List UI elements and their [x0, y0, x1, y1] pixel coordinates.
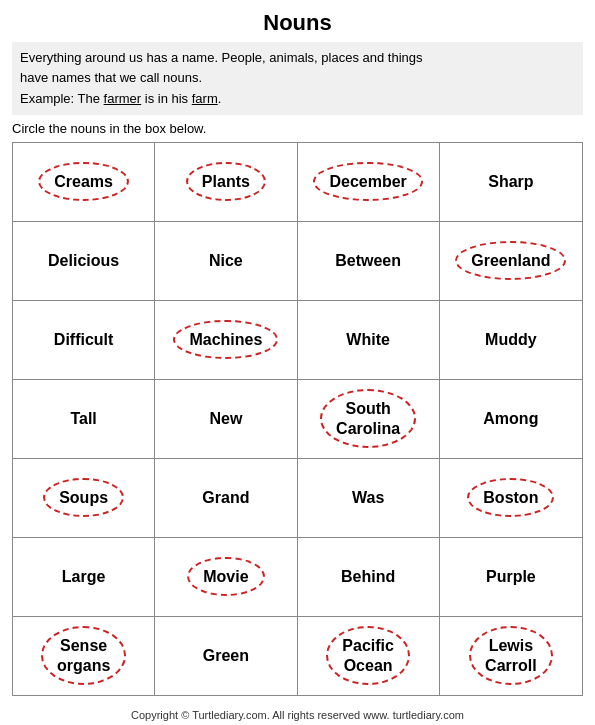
instruction: Circle the nouns in the box below.	[12, 121, 583, 136]
circled-noun: Machines	[173, 320, 278, 359]
plain-word: White	[346, 331, 390, 349]
plain-word: Tall	[70, 410, 96, 428]
grid-cell: Delicious	[13, 222, 155, 300]
grid-cell: Large	[13, 538, 155, 616]
nouns-grid: CreamsPlantsDecemberSharpDeliciousNiceBe…	[12, 142, 583, 696]
grid-cell: Movie	[155, 538, 297, 616]
circled-noun: Boston	[467, 478, 554, 517]
grid-cell: Green	[155, 617, 297, 695]
page-title: Nouns	[12, 10, 583, 36]
circled-noun: Greenland	[455, 241, 566, 280]
grid-cell: Nice	[155, 222, 297, 300]
grid-cell: White	[298, 301, 440, 379]
grid-row: SoupsGrandWasBoston	[13, 459, 582, 538]
circled-noun: Soups	[43, 478, 124, 517]
circled-noun: Sense organs	[41, 626, 126, 684]
circled-noun: Plants	[186, 162, 266, 201]
grid-cell: Boston	[440, 459, 582, 537]
plain-word: Large	[62, 568, 106, 586]
grid-cell: Greenland	[440, 222, 582, 300]
grid-row: CreamsPlantsDecemberSharp	[13, 143, 582, 222]
grid-cell: Soups	[13, 459, 155, 537]
plain-word: Grand	[202, 489, 249, 507]
circled-noun: Movie	[187, 557, 264, 596]
example-line: Example: The farmer is in his farm.	[20, 89, 575, 109]
grid-cell: December	[298, 143, 440, 221]
grid-cell: Machines	[155, 301, 297, 379]
plain-word: Difficult	[54, 331, 114, 349]
grid-cell: New	[155, 380, 297, 458]
grid-cell: Lewis Carroll	[440, 617, 582, 695]
grid-cell: Among	[440, 380, 582, 458]
grid-cell: Behind	[298, 538, 440, 616]
grid-cell: Plants	[155, 143, 297, 221]
plain-word: Sharp	[488, 173, 533, 191]
circled-noun: Pacific Ocean	[326, 626, 410, 684]
grid-cell: Difficult	[13, 301, 155, 379]
grid-cell: Creams	[13, 143, 155, 221]
grid-cell: Tall	[13, 380, 155, 458]
grid-cell: Sense organs	[13, 617, 155, 695]
grid-cell: Between	[298, 222, 440, 300]
grid-row: Sense organsGreenPacific OceanLewis Carr…	[13, 617, 582, 695]
plain-word: Behind	[341, 568, 395, 586]
circled-noun: Lewis Carroll	[469, 626, 553, 684]
plain-word: Was	[352, 489, 384, 507]
plain-word: Nice	[209, 252, 243, 270]
plain-word: Between	[335, 252, 401, 270]
grid-cell: Sharp	[440, 143, 582, 221]
circled-noun: Creams	[38, 162, 129, 201]
intro-box: Everything around us has a name. People,…	[12, 42, 583, 115]
circled-noun: South Carolina	[320, 389, 416, 447]
grid-cell: Purple	[440, 538, 582, 616]
intro-line2: have names that we call nouns.	[20, 68, 575, 88]
plain-word: Among	[483, 410, 538, 428]
grid-row: DeliciousNiceBetweenGreenland	[13, 222, 582, 301]
plain-word: Delicious	[48, 252, 119, 270]
grid-row: LargeMovieBehindPurple	[13, 538, 582, 617]
intro-line1: Everything around us has a name. People,…	[20, 48, 575, 68]
footer: Copyright © Turtlediary.com. All rights …	[0, 705, 595, 725]
grid-cell: Pacific Ocean	[298, 617, 440, 695]
plain-word: Purple	[486, 568, 536, 586]
grid-row: TallNewSouth CarolinaAmong	[13, 380, 582, 459]
grid-cell: South Carolina	[298, 380, 440, 458]
grid-row: DifficultMachinesWhiteMuddy	[13, 301, 582, 380]
plain-word: Green	[203, 647, 249, 665]
plain-word: New	[209, 410, 242, 428]
grid-cell: Was	[298, 459, 440, 537]
circled-noun: December	[313, 162, 422, 201]
grid-cell: Grand	[155, 459, 297, 537]
grid-cell: Muddy	[440, 301, 582, 379]
plain-word: Muddy	[485, 331, 537, 349]
